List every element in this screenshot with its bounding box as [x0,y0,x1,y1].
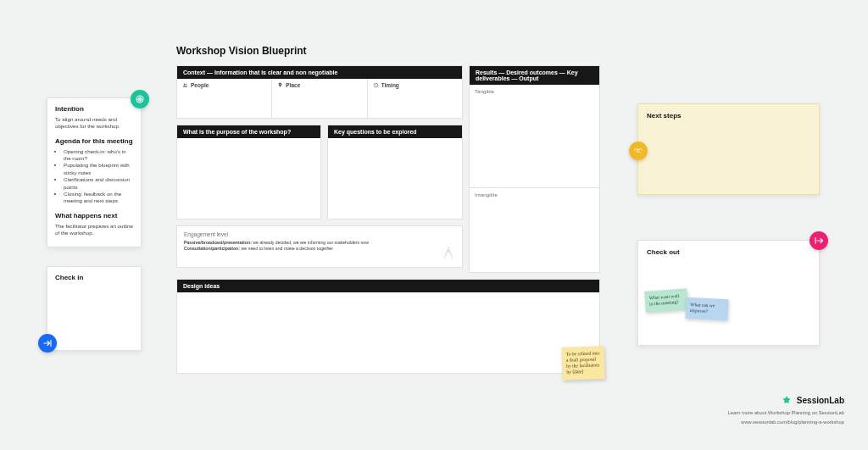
handshake-icon [629,142,648,160]
agenda-list: Opening check-in: who's in the room? Pop… [55,148,133,205]
intention-title: Intention [55,105,133,113]
design-panel: Design ideas To be refined into a draft … [176,279,600,374]
brand-footer: SessionLab Learn more about Workshop Pla… [728,395,845,426]
check-out-card: Check out What went well in the meeting?… [637,240,820,346]
enter-icon [38,334,57,353]
target-icon [131,90,149,108]
what-next-body: The facilitator prepares an outline of t… [55,223,133,237]
sessionlab-logo-icon [781,395,793,407]
agenda-item: Opening check-in: who's in the room? [64,148,133,163]
brand-sub2: www.sessionlab.com/blog/planning-a-works… [728,419,845,426]
context-place[interactable]: Place [272,79,367,118]
agenda-item: Closing: feedback on the meeting and nex… [64,191,133,205]
context-timing-label: Timing [373,82,399,88]
key-questions-panel: Key questions to be explored [327,125,463,219]
next-steps-card: Next steps [637,103,820,195]
purpose-heading: What is the purpose of the workshop? [177,125,320,138]
results-body: Tangible Intangible [470,85,599,272]
exit-icon [810,231,828,250]
context-people-label: People [182,82,209,88]
design-heading: Design ideas [177,280,599,292]
purpose-keyq-row: What is the purpose of the workshop? Key… [176,125,463,219]
agenda-item: Populating the blueprint with sticky not… [64,162,133,176]
agenda-title: Agenda for this meeting [55,137,133,145]
brand-sub1: Learn more about Workshop Planning on Se… [728,410,845,417]
checkout-sticky-improve[interactable]: What can we improve? [685,297,728,321]
checkout-sticky-good[interactable]: What went well in the meeting? [644,288,688,312]
check-in-card: Check in [47,266,142,351]
what-next-title: What happens next [55,212,133,219]
results-divider [470,187,599,188]
check-in-title: Check in [55,274,133,281]
context-panel: Context — Information that is clear and … [176,65,463,119]
watermark-logo-icon [442,245,455,262]
context-timing[interactable]: Timing [368,79,462,118]
svg-point-3 [184,83,186,85]
blueprint-left-stack: Context — Information that is clear and … [176,65,463,273]
brand-name: SessionLab [797,396,844,405]
context-place-label: Place [277,82,300,88]
results-panel: Results — Desired outcomes — Key deliver… [469,65,600,273]
left-column: Intention To align around needs and obje… [47,97,142,351]
blueprint-top-row: Context — Information that is clear and … [176,65,600,273]
svg-point-2 [140,99,141,100]
svg-point-5 [280,84,281,85]
design-body[interactable]: To be refined into a draft proposal by t… [177,292,599,373]
engagement-panel[interactable]: Engagement level Passive/broadcast/prese… [176,225,463,268]
agenda-item: Clarifications and discussion points [64,176,133,191]
blueprint-area: Workshop Vision Blueprint Context — Info… [176,45,600,374]
key-questions-heading: Key questions to be explored [328,125,462,138]
context-row: People Place Timing [177,79,462,118]
engagement-grade-1: Passive/broadcast/presentation: we alrea… [184,240,455,246]
results-intangible-label: Intangible [475,192,594,197]
results-heading: Results — Desired outcomes — Key deliver… [470,66,599,85]
next-steps-title: Next steps [647,112,810,119]
results-intangible-area[interactable] [475,197,594,265]
check-out-title: Check out [647,248,810,256]
context-heading: Context — Information that is clear and … [177,66,462,79]
context-people[interactable]: People [177,79,272,118]
engagement-title: Engagement level [184,231,455,237]
brand-logo-row: SessionLab [728,395,845,407]
results-tangible-label: Tangible [475,88,594,94]
svg-point-4 [186,84,186,85]
intention-card: Intention To align around needs and obje… [47,97,142,247]
design-sticky-note[interactable]: To be refined into a draft proposal by t… [561,346,604,381]
engagement-grade-2: Consultation/participation: we need to l… [184,246,455,252]
key-questions-body[interactable] [328,138,462,219]
purpose-panel: What is the purpose of the workshop? [176,125,321,219]
purpose-body[interactable] [177,138,320,219]
page-title: Workshop Vision Blueprint [176,45,600,57]
intention-body: To align around needs and objectives for… [55,116,133,131]
results-tangible-area[interactable] [475,94,594,187]
